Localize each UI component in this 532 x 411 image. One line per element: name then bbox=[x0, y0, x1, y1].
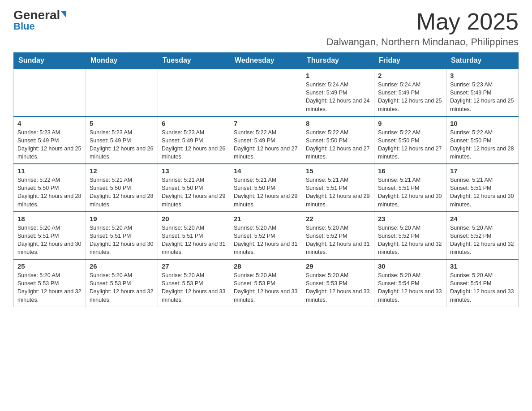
day-cell-w1-d4 bbox=[230, 68, 302, 116]
day-cell-w3-d1: 11Sunrise: 5:22 AMSunset: 5:50 PMDayligh… bbox=[14, 164, 86, 212]
day-cell-w3-d4: 14Sunrise: 5:21 AMSunset: 5:50 PMDayligh… bbox=[230, 164, 302, 212]
day-cell-w1-d6: 2Sunrise: 5:24 AMSunset: 5:49 PMDaylight… bbox=[374, 68, 446, 116]
day-number: 21 bbox=[234, 215, 298, 223]
day-info: Sunrise: 5:20 AMSunset: 5:52 PMDaylight:… bbox=[306, 224, 370, 257]
day-info: Sunrise: 5:20 AMSunset: 5:52 PMDaylight:… bbox=[378, 224, 442, 257]
day-cell-w3-d3: 13Sunrise: 5:21 AMSunset: 5:50 PMDayligh… bbox=[158, 164, 230, 212]
day-info: Sunrise: 5:20 AMSunset: 5:51 PMDaylight:… bbox=[162, 224, 226, 257]
week-row-4: 18Sunrise: 5:20 AMSunset: 5:51 PMDayligh… bbox=[14, 212, 519, 260]
month-title: May 2025 bbox=[326, 9, 519, 34]
day-number: 11 bbox=[17, 167, 82, 175]
day-cell-w5-d1: 25Sunrise: 5:20 AMSunset: 5:53 PMDayligh… bbox=[14, 259, 86, 307]
day-number: 19 bbox=[90, 215, 154, 223]
day-cell-w5-d5: 29Sunrise: 5:20 AMSunset: 5:53 PMDayligh… bbox=[302, 259, 374, 307]
day-info: Sunrise: 5:20 AMSunset: 5:54 PMDaylight:… bbox=[450, 271, 515, 304]
title-block: May 2025 Dalwangan, Northern Mindanao, P… bbox=[326, 9, 519, 48]
day-cell-w5-d6: 30Sunrise: 5:20 AMSunset: 5:54 PMDayligh… bbox=[374, 259, 446, 307]
day-cell-w4-d4: 21Sunrise: 5:20 AMSunset: 5:52 PMDayligh… bbox=[230, 212, 302, 260]
day-number: 6 bbox=[162, 120, 226, 127]
day-number: 9 bbox=[378, 120, 442, 127]
day-cell-w1-d3 bbox=[158, 68, 230, 116]
day-info: Sunrise: 5:21 AMSunset: 5:50 PMDaylight:… bbox=[234, 176, 298, 209]
day-cell-w4-d5: 22Sunrise: 5:20 AMSunset: 5:52 PMDayligh… bbox=[302, 212, 374, 260]
location-title: Dalwangan, Northern Mindanao, Philippine… bbox=[326, 36, 519, 48]
day-number: 4 bbox=[17, 120, 82, 127]
day-info: Sunrise: 5:20 AMSunset: 5:51 PMDaylight:… bbox=[90, 224, 154, 257]
day-cell-w3-d6: 16Sunrise: 5:21 AMSunset: 5:51 PMDayligh… bbox=[374, 164, 446, 212]
week-row-2: 4Sunrise: 5:23 AMSunset: 5:49 PMDaylight… bbox=[14, 116, 519, 164]
day-info: Sunrise: 5:21 AMSunset: 5:51 PMDaylight:… bbox=[306, 176, 370, 209]
day-info: Sunrise: 5:20 AMSunset: 5:53 PMDaylight:… bbox=[306, 271, 370, 304]
day-number: 7 bbox=[234, 120, 298, 127]
col-sunday: Sunday bbox=[14, 53, 86, 69]
day-cell-w1-d5: 1Sunrise: 5:24 AMSunset: 5:49 PMDaylight… bbox=[302, 68, 374, 116]
day-info: Sunrise: 5:20 AMSunset: 5:53 PMDaylight:… bbox=[162, 271, 226, 304]
day-number: 24 bbox=[450, 215, 515, 223]
day-number: 22 bbox=[306, 215, 370, 223]
day-number: 27 bbox=[162, 262, 226, 270]
day-number: 2 bbox=[378, 72, 442, 79]
col-tuesday: Tuesday bbox=[158, 53, 230, 69]
day-number: 31 bbox=[450, 262, 515, 270]
day-number: 5 bbox=[90, 120, 154, 127]
day-cell-w4-d1: 18Sunrise: 5:20 AMSunset: 5:51 PMDayligh… bbox=[14, 212, 86, 260]
day-cell-w4-d6: 23Sunrise: 5:20 AMSunset: 5:52 PMDayligh… bbox=[374, 212, 446, 260]
day-info: Sunrise: 5:24 AMSunset: 5:49 PMDaylight:… bbox=[378, 81, 442, 113]
day-number: 20 bbox=[162, 215, 226, 223]
logo: General Blue bbox=[13, 9, 66, 32]
day-cell-w2-d6: 9Sunrise: 5:22 AMSunset: 5:50 PMDaylight… bbox=[374, 116, 446, 164]
day-info: Sunrise: 5:20 AMSunset: 5:53 PMDaylight:… bbox=[234, 271, 298, 304]
day-info: Sunrise: 5:20 AMSunset: 5:53 PMDaylight:… bbox=[17, 271, 82, 304]
day-number: 28 bbox=[234, 262, 298, 270]
col-saturday: Saturday bbox=[446, 53, 519, 69]
day-number: 25 bbox=[17, 262, 82, 270]
day-cell-w2-d1: 4Sunrise: 5:23 AMSunset: 5:49 PMDaylight… bbox=[14, 116, 86, 164]
day-info: Sunrise: 5:23 AMSunset: 5:49 PMDaylight:… bbox=[162, 128, 226, 161]
day-info: Sunrise: 5:20 AMSunset: 5:54 PMDaylight:… bbox=[378, 271, 442, 304]
day-info: Sunrise: 5:23 AMSunset: 5:49 PMDaylight:… bbox=[17, 128, 82, 161]
day-cell-w2-d7: 10Sunrise: 5:22 AMSunset: 5:50 PMDayligh… bbox=[446, 116, 519, 164]
day-number: 29 bbox=[306, 262, 370, 270]
day-cell-w3-d7: 17Sunrise: 5:21 AMSunset: 5:51 PMDayligh… bbox=[446, 164, 519, 212]
day-info: Sunrise: 5:21 AMSunset: 5:51 PMDaylight:… bbox=[450, 176, 515, 209]
day-info: Sunrise: 5:21 AMSunset: 5:50 PMDaylight:… bbox=[162, 176, 226, 209]
day-cell-w2-d2: 5Sunrise: 5:23 AMSunset: 5:49 PMDaylight… bbox=[86, 116, 158, 164]
day-number: 30 bbox=[378, 262, 442, 270]
page-header: General Blue May 2025 Dalwangan, Norther… bbox=[13, 9, 519, 48]
day-info: Sunrise: 5:22 AMSunset: 5:49 PMDaylight:… bbox=[234, 128, 298, 161]
day-cell-w5-d4: 28Sunrise: 5:20 AMSunset: 5:53 PMDayligh… bbox=[230, 259, 302, 307]
day-cell-w5-d7: 31Sunrise: 5:20 AMSunset: 5:54 PMDayligh… bbox=[446, 259, 519, 307]
day-cell-w1-d2 bbox=[86, 68, 158, 116]
day-number: 1 bbox=[306, 72, 370, 79]
day-info: Sunrise: 5:22 AMSunset: 5:50 PMDaylight:… bbox=[450, 128, 515, 161]
calendar-header-row: Sunday Monday Tuesday Wednesday Thursday… bbox=[14, 53, 519, 69]
day-info: Sunrise: 5:24 AMSunset: 5:49 PMDaylight:… bbox=[306, 81, 370, 113]
day-cell-w2-d5: 8Sunrise: 5:22 AMSunset: 5:50 PMDaylight… bbox=[302, 116, 374, 164]
day-info: Sunrise: 5:23 AMSunset: 5:49 PMDaylight:… bbox=[450, 81, 515, 113]
day-cell-w2-d3: 6Sunrise: 5:23 AMSunset: 5:49 PMDaylight… bbox=[158, 116, 230, 164]
day-info: Sunrise: 5:20 AMSunset: 5:51 PMDaylight:… bbox=[17, 224, 82, 257]
day-number: 18 bbox=[17, 215, 82, 223]
day-number: 13 bbox=[162, 167, 226, 175]
day-info: Sunrise: 5:20 AMSunset: 5:52 PMDaylight:… bbox=[234, 224, 298, 257]
day-number: 8 bbox=[306, 120, 370, 127]
week-row-1: 1Sunrise: 5:24 AMSunset: 5:49 PMDaylight… bbox=[14, 68, 519, 116]
logo-blue: Blue bbox=[13, 21, 35, 32]
col-wednesday: Wednesday bbox=[230, 53, 302, 69]
day-cell-w4-d7: 24Sunrise: 5:20 AMSunset: 5:52 PMDayligh… bbox=[446, 212, 519, 260]
day-cell-w5-d2: 26Sunrise: 5:20 AMSunset: 5:53 PMDayligh… bbox=[86, 259, 158, 307]
col-monday: Monday bbox=[86, 53, 158, 69]
day-cell-w3-d2: 12Sunrise: 5:21 AMSunset: 5:50 PMDayligh… bbox=[86, 164, 158, 212]
day-info: Sunrise: 5:21 AMSunset: 5:50 PMDaylight:… bbox=[90, 176, 154, 209]
day-info: Sunrise: 5:20 AMSunset: 5:52 PMDaylight:… bbox=[450, 224, 515, 257]
day-cell-w1-d1 bbox=[14, 68, 86, 116]
day-number: 3 bbox=[450, 72, 515, 79]
day-number: 23 bbox=[378, 215, 442, 223]
day-cell-w2-d4: 7Sunrise: 5:22 AMSunset: 5:49 PMDaylight… bbox=[230, 116, 302, 164]
week-row-5: 25Sunrise: 5:20 AMSunset: 5:53 PMDayligh… bbox=[14, 259, 519, 307]
day-info: Sunrise: 5:22 AMSunset: 5:50 PMDaylight:… bbox=[17, 176, 82, 209]
week-row-3: 11Sunrise: 5:22 AMSunset: 5:50 PMDayligh… bbox=[14, 164, 519, 212]
day-number: 14 bbox=[234, 167, 298, 175]
logo-name: General bbox=[13, 9, 66, 21]
day-info: Sunrise: 5:21 AMSunset: 5:51 PMDaylight:… bbox=[378, 176, 442, 209]
